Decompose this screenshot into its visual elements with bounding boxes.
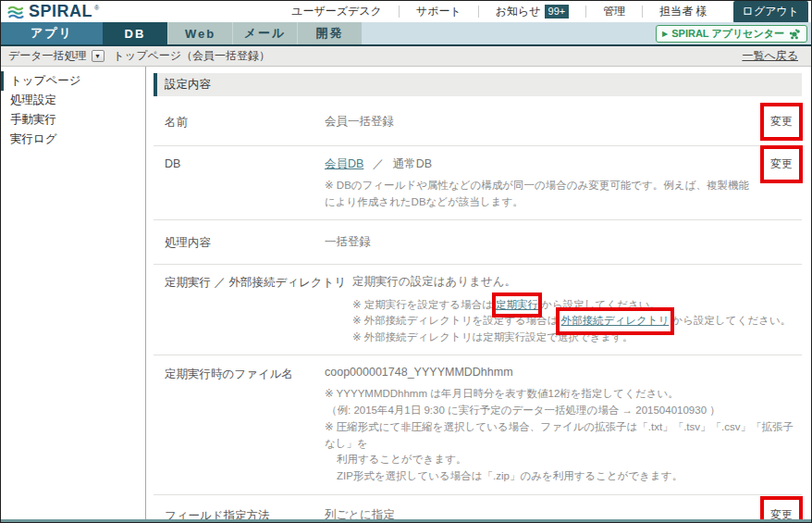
row-name-value: 会員一括登録 <box>325 114 752 130</box>
balloon-dog-icon <box>788 29 801 40</box>
row-db-label: DB <box>154 156 325 170</box>
schedule-note-3: ※ 外部接続ディレクトリは定期実行設定で選択できます。 <box>352 330 798 346</box>
tab-db[interactable]: DB <box>103 22 167 44</box>
filename-note-1: ※ YYYYMMDDhhmm は年月日時分を表す数値12桁を指定してください。 <box>325 386 798 403</box>
note1-prefix: ※ 定期実行を設定する場合は <box>352 299 496 310</box>
app-window: SPIRAL ® ユーザーズデスク サポート お知らせ99+ 管理 担当者 様 … <box>0 0 812 523</box>
db-note: ※ DBのフィールドや属性などの構成が同一の場合のみ変更可能です。例えば、複製機… <box>325 178 752 211</box>
sidebar-item-process-settings[interactable]: 処理設定 <box>1 91 145 110</box>
tab-mail[interactable]: メール <box>232 22 297 44</box>
row-name-action: 変更 <box>752 114 798 130</box>
row-db-action: 変更 <box>752 156 798 172</box>
annotation-red-box: 変更 <box>770 507 793 519</box>
note1-suffix: から設定してください。 <box>538 299 660 310</box>
row-process: 処理内容 一括登録 <box>154 220 802 265</box>
row-db: DB 会員DB ／ 通常DB ※ DBのフィールドや属性などの構成が同一の場合の… <box>154 146 802 220</box>
annotation-red-box: 外部接続ディレクトリ <box>561 313 670 330</box>
schedule-note-1: ※ 定期実行を設定する場合は 定期実行 から設定してください。 <box>352 297 798 314</box>
breadcrumb-dropdown-button[interactable]: ▼ <box>92 50 105 62</box>
scheduled-run-link[interactable]: 定期実行 <box>496 299 538 310</box>
utility-links: ユーザーズデスク サポート お知らせ99+ 管理 担当者 様 ログアウト <box>275 1 811 22</box>
row-schedule-value: 定期実行の設定はありません。 ※ 定期実行を設定する場合は 定期実行 から設定し… <box>352 274 798 346</box>
support-link[interactable]: サポート <box>400 4 478 19</box>
db-type-value: 通常DB <box>393 157 432 170</box>
db-value-line: 会員DB ／ 通常DB <box>325 156 752 172</box>
spiral-app-center-button[interactable]: ▶ SPIRAL アプリセンター <box>656 25 807 43</box>
current-user-label: 担当者 様 <box>643 4 723 19</box>
spiral-logo: SPIRAL ® <box>1 2 99 21</box>
tab-web[interactable]: Web <box>167 22 232 44</box>
back-to-list-link[interactable]: 一覧へ戻る <box>742 48 798 64</box>
notice-label: お知らせ <box>496 5 541 18</box>
row-schedule-label: 定期実行 ／ 外部接続ディレクトリ <box>154 274 352 291</box>
filename-note-4: 利用することができます。 <box>325 452 798 468</box>
sidebar-item-manual-run[interactable]: 手動実行 <box>1 110 145 130</box>
row-process-value: 一括登録 <box>325 234 798 250</box>
arrow-right-icon: ▶ <box>662 30 668 38</box>
filename-note-3: ※ 圧縮形式にて非圧縮を選択している場合、ファイルの拡張子は「.txt」「.ts… <box>325 419 798 453</box>
spiral-wave-icon <box>6 3 27 21</box>
row-name-label: 名前 <box>154 114 325 131</box>
member-db-link[interactable]: 会員DB <box>325 157 363 170</box>
external-directory-link[interactable]: 外部接続ディレクトリ <box>561 315 670 326</box>
admin-link[interactable]: 管理 <box>586 4 642 19</box>
breadcrumb-bar: データ一括処理 ▼ トップページ（会員一括登録） 一覧へ戻る <box>1 46 811 67</box>
breadcrumb-page-label: トップページ（会員一括登録） <box>114 48 270 64</box>
notice-link[interactable]: お知らせ99+ <box>479 4 586 19</box>
main-nav-bar: アプリ DB Web メール 開発 ▶ SPIRAL アプリセンター <box>1 22 811 46</box>
userdesk-link[interactable]: ユーザーズデスク <box>275 4 399 19</box>
row-filename-label: 定期実行時のファイル名 <box>154 366 325 382</box>
note2-prefix: ※ 外部接続ディレクトリを設定する場合は <box>352 315 561 326</box>
top-utility-bar: SPIRAL ® ユーザーズデスク サポート お知らせ99+ 管理 担当者 様 … <box>1 1 811 22</box>
settings-panel: 設定内容 名前 会員一括登録 変更 DB 会員DB ／ 通常DB ※ <box>146 67 811 519</box>
filename-note-5: ZIP形式を選択している場合は「.zip」のみを利用することができます。 <box>325 468 798 485</box>
row-field-method: フィールド指定方法 列ごとに指定 変更 <box>154 495 802 519</box>
sidebar-item-top-page[interactable]: トップページ <box>1 71 145 91</box>
row-schedule: 定期実行 ／ 外部接続ディレクトリ 定期実行の設定はありません。 ※ 定期実行を… <box>154 265 802 355</box>
row-filename: 定期実行時のファイル名 coop000001748_YYYYMMDDhhmm ※… <box>154 355 802 495</box>
annotation-red-box: 定期実行 <box>496 297 538 314</box>
schedule-status-text: 定期実行の設定はありません。 <box>352 274 798 290</box>
annotation-red-box: 変更 <box>770 156 793 172</box>
filename-value: coop000001748_YYYYMMDDhhmm <box>325 366 798 379</box>
change-name-link[interactable]: 変更 <box>770 115 793 128</box>
content-area: トップページ 処理設定 手動実行 実行ログ 設定内容 名前 会員一括登録 変更 … <box>1 67 811 519</box>
row-process-label: 処理内容 <box>154 234 325 251</box>
tab-apps[interactable]: アプリ <box>1 22 103 44</box>
logo-registered-mark: ® <box>94 5 99 11</box>
app-center-label: SPIRAL アプリセンター <box>671 27 784 41</box>
row-field-method-value: 列ごとに指定 <box>325 507 752 519</box>
annotation-red-box: 変更 <box>770 114 793 130</box>
sidebar: トップページ 処理設定 手動実行 実行ログ <box>1 67 146 519</box>
change-field-method-link[interactable]: 変更 <box>770 508 793 519</box>
notice-count-badge: 99+ <box>545 5 570 19</box>
note2-suffix: から設定してください。 <box>669 315 791 326</box>
filename-note-2: （例: 2015年4月1日 9:30 に実行予定のデータ一括処理の場合 → 20… <box>325 403 798 419</box>
row-db-value: 会員DB ／ 通常DB ※ DBのフィールドや属性などの構成が同一の場合のみ変更… <box>325 156 752 211</box>
sidebar-item-run-log[interactable]: 実行ログ <box>1 130 145 149</box>
row-name: 名前 会員一括登録 変更 <box>154 98 802 146</box>
logo-text: SPIRAL <box>29 2 92 21</box>
logout-button[interactable]: ログアウト <box>733 1 808 23</box>
breadcrumb-menu-label: データ一括処理 <box>8 48 87 64</box>
db-separator: ／ <box>373 157 385 170</box>
schedule-note-2: ※ 外部接続ディレクトリを設定する場合は 外部接続ディレクトリ から設定してくだ… <box>352 313 798 330</box>
row-field-method-action: 変更 <box>752 507 798 519</box>
row-filename-value: coop000001748_YYYYMMDDhhmm ※ YYYYMMDDhhm… <box>325 366 798 485</box>
section-title: 設定内容 <box>154 73 802 96</box>
tab-dev[interactable]: 開発 <box>297 22 362 44</box>
bottom-edge-strip <box>1 519 811 522</box>
row-field-method-label: フィールド指定方法 <box>154 507 325 519</box>
change-db-link[interactable]: 変更 <box>770 157 793 170</box>
